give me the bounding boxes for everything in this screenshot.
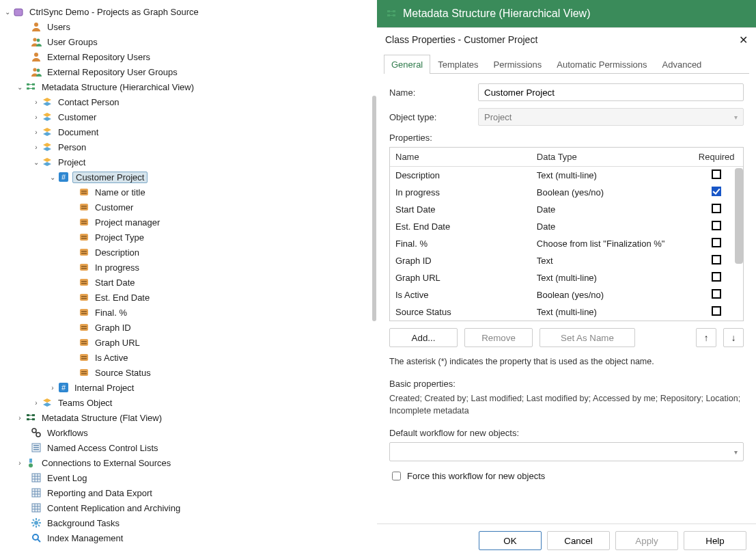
tree-item-property[interactable]: ·Final. % xyxy=(3,305,369,320)
table-row[interactable]: DescriptionText (multi-line) xyxy=(390,167,743,185)
tab-permissions[interactable]: Permissions xyxy=(486,55,550,74)
table-row[interactable]: Start DateDate xyxy=(390,201,743,218)
cell-name: Graph URL xyxy=(390,269,531,286)
tree-item-property[interactable]: ·Is Active xyxy=(3,350,369,365)
name-input[interactable] xyxy=(478,83,744,101)
move-up-button[interactable]: ↑ xyxy=(696,328,716,347)
tree-item-index-mgmt[interactable]: ·Index Management xyxy=(3,530,369,545)
ok-button[interactable]: OK xyxy=(479,531,542,550)
tree-item-customer[interactable]: ›Customer xyxy=(3,109,369,124)
tree-item-property[interactable]: ·Project Type xyxy=(3,230,369,245)
tree-item-ext-groups[interactable]: ·External Repository User Groups xyxy=(3,64,369,79)
tree-item-meta-flat[interactable]: ›Metadata Structure (Flat View) xyxy=(3,410,369,425)
tree-item-document[interactable]: ›Document xyxy=(3,124,369,139)
table-row[interactable]: Graph URLText (multi-line) xyxy=(390,269,743,286)
property-icon xyxy=(78,366,90,379)
col-required[interactable]: Required xyxy=(690,148,743,167)
tree-label: Start Date xyxy=(93,277,137,288)
col-datatype[interactable]: Data Type xyxy=(531,148,690,167)
chevron-down-icon[interactable]: ⌄ xyxy=(48,174,57,181)
close-icon[interactable]: ✕ xyxy=(739,33,748,46)
tree-item-meta-hier[interactable]: ⌄Metadata Structure (Hierarchical View) xyxy=(3,79,369,94)
tree-item-property[interactable]: ·Graph ID xyxy=(3,320,369,335)
tree-item-ext-users[interactable]: ·External Repository Users xyxy=(3,49,369,64)
tree-item-customer-project[interactable]: ⌄Customer Project xyxy=(3,169,369,185)
object-type-select[interactable]: Project ▾ xyxy=(478,108,744,126)
chevron-down-icon[interactable]: ⌄ xyxy=(15,83,25,91)
chevron-right-icon[interactable]: › xyxy=(31,113,41,121)
tree-label: Graph URL xyxy=(93,337,142,349)
tree-item-person[interactable]: ›Person xyxy=(3,139,369,154)
apply-button[interactable]: Apply xyxy=(615,531,678,550)
table-row[interactable]: Source StatusText (multi-line) xyxy=(390,303,743,321)
panel-title: Metadata Structure (Hierarchical View) xyxy=(403,8,590,20)
tab-templates[interactable]: Templates xyxy=(430,55,486,74)
chevron-right-icon[interactable]: › xyxy=(15,459,25,467)
tree-root[interactable]: ⌄ CtrlSync Demo - Projects as Graph Sour… xyxy=(3,4,369,19)
tree-item-property[interactable]: ·Project manager xyxy=(3,215,369,230)
cell-required[interactable] xyxy=(690,269,743,286)
tree-label: Event Log xyxy=(45,472,89,484)
chevron-right-icon[interactable]: › xyxy=(31,98,41,106)
move-down-button[interactable]: ↓ xyxy=(723,328,744,347)
chevron-right-icon[interactable]: › xyxy=(15,414,25,422)
splitter-handle[interactable] xyxy=(369,0,377,557)
cell-datatype: Text (multi-line) xyxy=(531,269,690,286)
tree-item-teams[interactable]: ›Teams Object xyxy=(3,395,369,410)
tree-item-property[interactable]: ·Description xyxy=(3,245,369,260)
chevron-down-icon[interactable]: ⌄ xyxy=(3,8,12,16)
default-workflow-label: Default workflow for new objects: xyxy=(389,428,744,438)
force-workflow-checkbox[interactable] xyxy=(392,472,401,480)
cell-required[interactable] xyxy=(690,303,743,321)
cell-required[interactable] xyxy=(690,286,743,303)
cancel-button[interactable]: Cancel xyxy=(547,531,610,550)
add-button[interactable]: Add... xyxy=(389,328,458,347)
object-tree[interactable]: ⌄ CtrlSync Demo - Projects as Graph Sour… xyxy=(3,4,369,545)
tree-item-property[interactable]: ·Start Date xyxy=(3,275,369,290)
tree-label: Named Access Control Lists xyxy=(45,442,160,454)
chevron-down-icon[interactable]: ⌄ xyxy=(31,159,41,166)
table-row[interactable]: Final. %Choose from list "Finalization %… xyxy=(390,235,743,252)
tree-item-reporting[interactable]: ·Reporting and Data Export xyxy=(3,485,369,500)
table-row[interactable]: Graph IDText xyxy=(390,252,743,269)
tree-item-property[interactable]: ·Name or title xyxy=(3,185,369,200)
cell-datatype: Text (multi-line) xyxy=(531,303,690,321)
tree-item-contact[interactable]: ›Contact Person xyxy=(3,94,369,109)
tree-item-workflows[interactable]: ·Workflows xyxy=(3,425,369,440)
table-row[interactable]: In progressBoolean (yes/no) xyxy=(390,184,743,201)
cell-datatype: Text (multi-line) xyxy=(531,167,690,185)
default-workflow-select[interactable]: ▾ xyxy=(389,442,744,461)
tree-item-users[interactable]: ·Users xyxy=(3,19,369,34)
tree-label: User Groups xyxy=(45,36,100,48)
table-row[interactable]: Est. End DateDate xyxy=(390,218,743,235)
tree-item-nacl[interactable]: ·Named Access Control Lists xyxy=(3,440,369,455)
tree-item-project[interactable]: ⌄Project xyxy=(3,154,369,169)
tree-panel[interactable]: ⌄ CtrlSync Demo - Projects as Graph Sour… xyxy=(0,0,369,557)
tree-item-property[interactable]: ·In progress xyxy=(3,260,369,275)
tree-item-replication[interactable]: ·Content Replication and Archiving xyxy=(3,500,369,515)
help-button[interactable]: Help xyxy=(684,531,746,550)
remove-button[interactable]: Remove xyxy=(464,328,533,347)
chevron-right-icon[interactable]: › xyxy=(31,144,41,151)
tree-item-event-log[interactable]: ·Event Log xyxy=(3,470,369,485)
tree-item-connections[interactable]: ›Connections to External Sources xyxy=(3,455,369,470)
tree-item-bgtasks[interactable]: ·Background Tasks xyxy=(3,515,369,530)
set-as-name-button[interactable]: Set As Name xyxy=(540,328,635,347)
workflow-icon xyxy=(30,426,42,439)
tree-item-internal-project[interactable]: ›Internal Project xyxy=(3,380,369,395)
chevron-right-icon[interactable]: › xyxy=(48,384,57,392)
chevron-right-icon[interactable]: › xyxy=(31,399,41,407)
tree-item-property[interactable]: ·Source Status xyxy=(3,365,369,380)
chevron-right-icon[interactable]: › xyxy=(31,128,41,136)
tab-general[interactable]: General xyxy=(384,55,430,74)
table-row[interactable]: Is ActiveBoolean (yes/no) xyxy=(390,286,743,303)
tab-advanced[interactable]: Advanced xyxy=(655,55,710,74)
properties-table[interactable]: Name Data Type Required DescriptionText … xyxy=(389,147,744,321)
tree-item-property[interactable]: ·Graph URL xyxy=(3,335,369,350)
col-name[interactable]: Name xyxy=(390,148,531,167)
tab-auto-permissions[interactable]: Automatic Permissions xyxy=(549,55,654,74)
tree-item-user-groups[interactable]: ·User Groups xyxy=(3,34,369,49)
scrollbar-thumb[interactable] xyxy=(735,168,743,264)
tree-item-property[interactable]: ·Est. End Date xyxy=(3,290,369,305)
tree-item-property[interactable]: ·Customer xyxy=(3,200,369,215)
